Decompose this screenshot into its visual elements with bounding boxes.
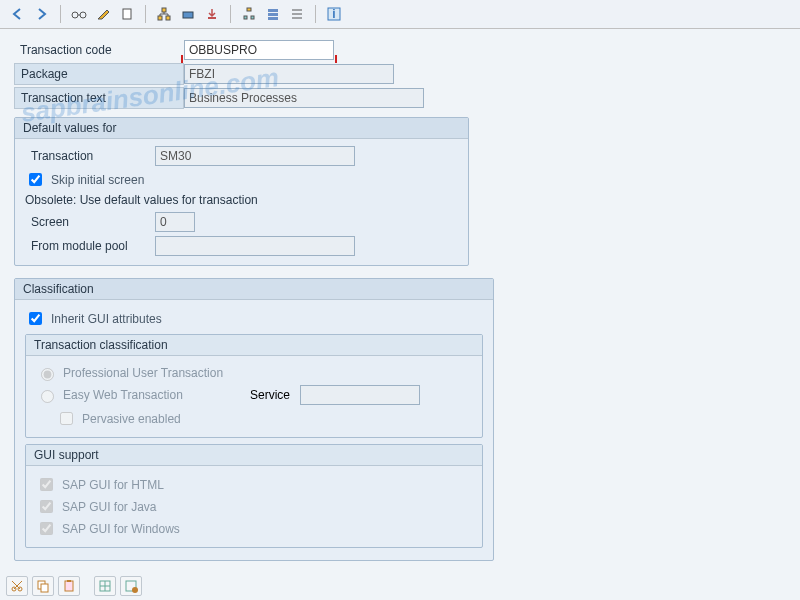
svg-rect-21 [67, 580, 71, 582]
paste-icon [62, 579, 76, 593]
grid-icon [98, 579, 112, 593]
inherit-label: Inherit GUI attributes [51, 312, 162, 326]
transaction-text-field [184, 88, 424, 108]
svg-rect-19 [41, 584, 48, 592]
gui-title: GUI support [26, 445, 482, 466]
transport-icon [181, 7, 195, 21]
tool-button-6[interactable] [287, 4, 307, 24]
grid-gear-icon [124, 579, 138, 593]
gui-win-label: SAP GUI for Windows [62, 522, 180, 536]
copy-icon [36, 579, 50, 593]
scissors-icon [10, 579, 24, 593]
gui-java-input[interactable] [40, 500, 53, 513]
inherit-checkbox[interactable]: Inherit GUI attributes [25, 309, 483, 328]
gui-java-label: SAP GUI for Java [62, 500, 156, 514]
arrow-right-icon [35, 7, 49, 21]
pervasive-checkbox[interactable]: Pervasive enabled [56, 409, 472, 428]
paste-button[interactable] [58, 576, 80, 596]
svg-rect-13 [268, 17, 278, 20]
skip-initial-checkbox[interactable]: Skip initial screen [25, 170, 458, 189]
pencil-button[interactable] [93, 4, 113, 24]
main-form: Transaction code Package Transaction tex… [0, 29, 800, 583]
package-label: Package [14, 63, 184, 85]
bottom-toolbar [6, 576, 142, 596]
separator [230, 5, 231, 23]
tc-title: Transaction classification [26, 335, 482, 356]
pencil-icon [96, 7, 110, 21]
svg-rect-12 [268, 13, 278, 16]
glasses-button[interactable] [69, 4, 89, 24]
default-values-title: Default values for [15, 118, 468, 139]
skip-initial-input[interactable] [29, 173, 42, 186]
svg-point-1 [80, 12, 86, 18]
classification-group: Classification Inherit GUI attributes Tr… [14, 278, 494, 561]
arrow-left-icon [11, 7, 25, 21]
transaction-text-label: Transaction text [14, 87, 184, 109]
pervasive-label: Pervasive enabled [82, 412, 181, 426]
def-transaction-label: Transaction [25, 146, 155, 166]
transaction-code-label: Transaction code [14, 40, 184, 60]
obsolete-text: Obsolete: Use default values for transac… [25, 193, 458, 207]
copy-button[interactable] [32, 576, 54, 596]
prof-label: Professional User Transaction [63, 366, 223, 380]
separator [60, 5, 61, 23]
skip-initial-label: Skip initial screen [51, 173, 144, 187]
tool-button-5[interactable] [263, 4, 283, 24]
tree-icon [242, 7, 256, 21]
tool-button-1[interactable] [154, 4, 174, 24]
prof-radio[interactable]: Professional User Transaction [36, 365, 472, 381]
gui-html-label: SAP GUI for HTML [62, 478, 164, 492]
svg-rect-20 [65, 581, 73, 591]
document-icon [120, 7, 134, 21]
forward-button[interactable] [32, 4, 52, 24]
tool-button-4[interactable] [239, 4, 259, 24]
module-pool-field [155, 236, 355, 256]
svg-rect-11 [268, 9, 278, 12]
svg-rect-5 [166, 16, 170, 20]
screen-label: Screen [25, 212, 155, 232]
svg-point-24 [132, 587, 138, 593]
easy-radio-input[interactable] [41, 390, 54, 403]
hierarchy-icon [157, 7, 171, 21]
svg-rect-8 [247, 8, 251, 11]
svg-text:i: i [332, 7, 335, 21]
svg-rect-7 [208, 17, 216, 19]
tool-button-2[interactable] [178, 4, 198, 24]
inherit-input[interactable] [29, 312, 42, 325]
package-field [184, 64, 394, 84]
gui-win-checkbox[interactable]: SAP GUI for Windows [36, 519, 472, 538]
easy-radio[interactable]: Easy Web Transaction [36, 387, 216, 403]
easy-label: Easy Web Transaction [63, 388, 183, 402]
svg-rect-3 [162, 8, 166, 12]
toolbar: i [0, 0, 800, 29]
default-values-group: Default values for Transaction Skip init… [14, 117, 469, 266]
prof-radio-input[interactable] [41, 368, 54, 381]
gui-html-input[interactable] [40, 478, 53, 491]
def-transaction-field [155, 146, 355, 166]
svg-rect-9 [244, 16, 247, 19]
service-field [300, 385, 420, 405]
stack-icon [266, 7, 280, 21]
classification-title: Classification [15, 279, 493, 300]
module-pool-label: From module pool [25, 236, 155, 256]
transaction-classification-group: Transaction classification Professional … [25, 334, 483, 438]
layout-button-2[interactable] [120, 576, 142, 596]
transaction-code-field[interactable] [184, 40, 334, 60]
cut-button[interactable] [6, 576, 28, 596]
pervasive-input[interactable] [60, 412, 73, 425]
gui-html-checkbox[interactable]: SAP GUI for HTML [36, 475, 472, 494]
new-button[interactable] [117, 4, 137, 24]
service-label: Service [250, 388, 290, 402]
gui-support-group: GUI support SAP GUI for HTML SAP GUI for… [25, 444, 483, 548]
svg-rect-10 [251, 16, 254, 19]
export-icon [205, 7, 219, 21]
gui-java-checkbox[interactable]: SAP GUI for Java [36, 497, 472, 516]
tool-button-3[interactable] [202, 4, 222, 24]
layout-button-1[interactable] [94, 576, 116, 596]
gui-win-input[interactable] [40, 522, 53, 535]
info-button[interactable]: i [324, 4, 344, 24]
back-button[interactable] [8, 4, 28, 24]
separator [145, 5, 146, 23]
list-icon [290, 7, 304, 21]
separator [315, 5, 316, 23]
